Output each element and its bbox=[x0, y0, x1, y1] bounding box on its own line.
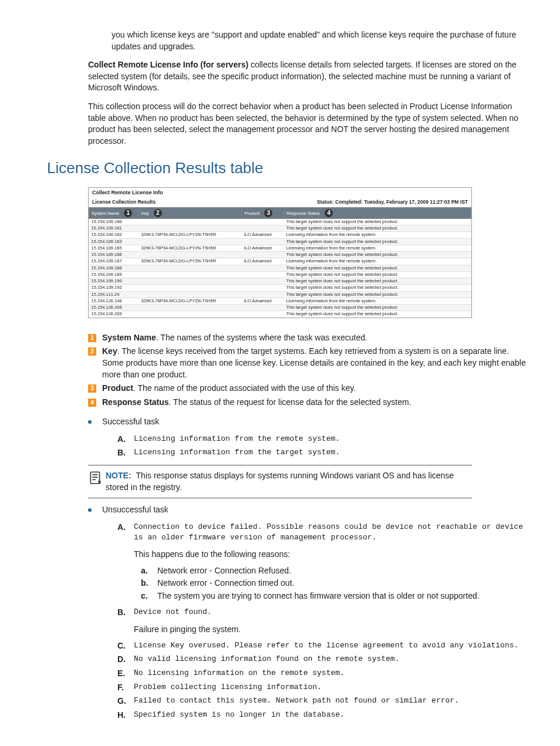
legend-text: Product. The name of the product associa… bbox=[102, 383, 531, 394]
svg-rect-0 bbox=[90, 472, 99, 484]
callout-3-icon: 3 bbox=[264, 209, 272, 217]
table-row: 15.154.109.187329K3-78P34-MCLDG-LPY2N-T5… bbox=[89, 258, 471, 265]
legend-desc: . The license keys received from the tar… bbox=[102, 346, 526, 379]
fail-c: License Key overused. Please refer to th… bbox=[134, 640, 518, 652]
table-cell bbox=[139, 238, 242, 245]
col-system-name[interactable]: System Name 1 bbox=[89, 207, 139, 218]
note-box: NOTE:This response status displays for s… bbox=[88, 465, 472, 498]
table-row: 15.154.109.180This target system does no… bbox=[89, 218, 471, 225]
list-letter: A. bbox=[117, 522, 134, 543]
callout-2-icon: 2 bbox=[154, 209, 162, 217]
legend-item: 4 Response Status. The status of the req… bbox=[88, 397, 531, 409]
table-row: 15.154.109.189This target system does no… bbox=[89, 271, 471, 278]
table-cell: 15.154.109.192 bbox=[89, 285, 139, 291]
fail-ac: The system you are trying to connect has… bbox=[157, 590, 480, 602]
fail-e: No licensing information on the remote s… bbox=[134, 668, 345, 680]
table-row: 15.154.109.182329K3-78P34-MCLDG-LPY2N-T5… bbox=[89, 232, 471, 238]
results-table: System Name 1 Key 2 Product 3 Response S… bbox=[89, 207, 471, 318]
fail-sublist-cont: B.Device not found. bbox=[117, 607, 531, 619]
table-cell: 15.154.109.181 bbox=[89, 225, 139, 232]
table-cell bbox=[242, 265, 284, 271]
ss-status: Status: Completed: Tuesday, February 17,… bbox=[317, 200, 468, 205]
table-cell bbox=[242, 271, 284, 278]
fail-d: No valid licensing information found on … bbox=[134, 654, 399, 666]
col-key[interactable]: Key 2 bbox=[139, 207, 242, 218]
table-cell bbox=[242, 252, 284, 258]
table-cell: 15.154.109.187 bbox=[89, 258, 139, 265]
list-letter: D. bbox=[117, 654, 134, 666]
table-row: 15.154.109.181This target system does no… bbox=[89, 225, 471, 232]
list-letter: B. bbox=[117, 607, 134, 619]
results-screenshot: Collect Remote License Info License Coll… bbox=[88, 187, 472, 318]
table-cell bbox=[139, 252, 242, 258]
table-row: 15.154.109.185329K3-78P34-MCLDG-LPY2N-T5… bbox=[89, 245, 471, 251]
table-row: 15.154.126.208This target system does no… bbox=[89, 305, 471, 311]
list-letter: G. bbox=[117, 696, 134, 707]
table-cell bbox=[242, 218, 284, 225]
legend: 1 System Name. The names of the systems … bbox=[88, 332, 531, 409]
table-cell: 15.154.109.180 bbox=[89, 218, 139, 225]
table-cell: 15.154.109.190 bbox=[89, 278, 139, 285]
table-cell: This target system does not support the … bbox=[284, 285, 471, 291]
list-letter: a. bbox=[141, 565, 157, 577]
table-cell bbox=[242, 238, 284, 245]
list-letter: b. bbox=[141, 578, 157, 589]
success-label: Successful task bbox=[102, 416, 159, 428]
table-cell bbox=[139, 278, 242, 285]
table-cell: Licensing information from the remote sy… bbox=[284, 298, 471, 304]
ss-status-value: Completed: Tuesday, February 17, 2009 11… bbox=[335, 199, 468, 205]
table-cell bbox=[242, 305, 284, 311]
fail-b-desc: Failure in pinging the system. bbox=[134, 624, 531, 636]
table-cell: 329K3-78P34-MCLDG-LPY2N-T5H5R bbox=[139, 258, 242, 265]
table-cell bbox=[139, 225, 242, 232]
intro-p1: you which license keys are "support and … bbox=[112, 29, 531, 52]
legend-desc: . The name of the product associated wit… bbox=[133, 383, 356, 393]
table-row: 15.154.109.183This target system does no… bbox=[89, 238, 471, 245]
note-icon bbox=[88, 470, 106, 493]
legend-bold: System Name bbox=[102, 333, 156, 342]
table-cell: Licensing information from the remote sy… bbox=[284, 245, 471, 251]
table-row: 15.154.109.188This target system does no… bbox=[89, 265, 471, 271]
table-cell bbox=[139, 271, 242, 278]
table-row: 15.154.111.24This target system does not… bbox=[89, 291, 471, 298]
table-cell bbox=[139, 218, 242, 225]
success-sublist: A.Licensing information from the remote … bbox=[117, 434, 531, 459]
col-product[interactable]: Product 3 bbox=[242, 207, 284, 218]
table-cell bbox=[242, 291, 284, 298]
legend-bold: Response Status bbox=[102, 397, 169, 407]
table-cell: 15.154.109.182 bbox=[89, 232, 139, 238]
table-cell: This target system does not support the … bbox=[284, 225, 471, 232]
table-cell: This target system does not support the … bbox=[284, 252, 471, 258]
table-cell bbox=[242, 225, 284, 232]
list-letter: c. bbox=[141, 590, 157, 602]
table-row: 15.154.126.146329K3-78P34-MCLDG-LPY2N-T5… bbox=[89, 298, 471, 304]
col-response-status[interactable]: Response Status 4 bbox=[284, 207, 471, 218]
callout-4-icon: 4 bbox=[325, 209, 333, 217]
table-cell bbox=[242, 278, 284, 285]
th-text: Key bbox=[141, 211, 149, 216]
table-cell bbox=[139, 291, 242, 298]
th-text: Product bbox=[244, 211, 259, 216]
note-body: This response status displays for system… bbox=[106, 471, 454, 492]
table-cell: 329K3-78P34-MCLDG-LPY2N-T5H5R bbox=[139, 298, 242, 304]
bullet-icon bbox=[88, 420, 92, 424]
table-cell: 15.154.109.189 bbox=[89, 271, 139, 278]
list-letter: C. bbox=[117, 640, 134, 652]
table-cell: This target system does not support the … bbox=[284, 311, 471, 318]
legend-item: 1 System Name. The names of the systems … bbox=[88, 332, 531, 344]
section-heading: License Collection Results table bbox=[47, 157, 531, 178]
th-text: System Name bbox=[92, 211, 119, 216]
table-cell: 15.154.109.185 bbox=[89, 245, 139, 251]
fail-a-desc: This happens due to the following reason… bbox=[134, 549, 531, 561]
note-text: NOTE:This response status displays for s… bbox=[106, 470, 472, 493]
ss-subtitle: License Collection Results bbox=[92, 200, 156, 205]
table-cell: Licensing information from the remote sy… bbox=[284, 232, 471, 238]
legend-num-icon: 3 bbox=[88, 384, 96, 393]
table-cell: 15.154.126.209 bbox=[89, 311, 139, 318]
th-text: Response Status bbox=[286, 211, 320, 216]
fail-a: Connection to device failed. Possible re… bbox=[134, 522, 531, 543]
table-row: 15.154.109.186This target system does no… bbox=[89, 252, 471, 258]
success-a: Licensing information from the remote sy… bbox=[134, 434, 340, 445]
callout-1-icon: 1 bbox=[124, 209, 132, 217]
table-cell: This target system does not support the … bbox=[284, 305, 471, 311]
